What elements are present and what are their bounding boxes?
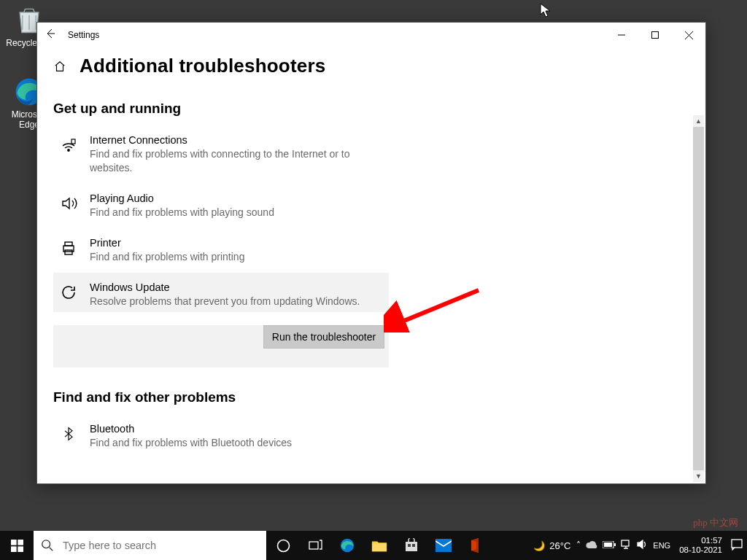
troubleshooter-playing-audio[interactable]: Playing Audio Find and fix problems with… xyxy=(53,184,389,228)
cortana-button[interactable] xyxy=(267,531,299,560)
tray-notifications-icon[interactable] xyxy=(731,539,743,553)
svg-rect-10 xyxy=(11,546,17,552)
watermark: php 中文网 xyxy=(693,516,738,529)
svg-point-12 xyxy=(42,540,50,548)
audio-icon xyxy=(59,194,78,213)
svg-rect-6 xyxy=(65,250,72,254)
svg-rect-11 xyxy=(18,546,23,552)
svg-rect-19 xyxy=(412,544,415,547)
svg-rect-22 xyxy=(604,542,612,547)
svg-line-7 xyxy=(397,290,479,324)
svg-rect-17 xyxy=(406,542,417,551)
section-heading-getup: Get up and running xyxy=(53,101,689,117)
item-desc: Find and fix problems with connecting to… xyxy=(90,147,380,175)
svg-rect-3 xyxy=(71,139,75,144)
troubleshooter-printer[interactable]: Printer Find and fix problems with print… xyxy=(53,228,389,273)
item-desc: Find and fix problems with Bluetooth dev… xyxy=(90,436,292,450)
svg-rect-25 xyxy=(732,540,742,548)
item-desc: Find and fix problems with printing xyxy=(90,250,244,264)
search-icon xyxy=(41,539,54,552)
run-troubleshooter-button[interactable]: Run the troubleshooter xyxy=(263,325,384,349)
tray-language-icon[interactable]: ENG xyxy=(653,541,670,550)
taskbar-search[interactable] xyxy=(34,531,267,560)
window-title: Settings xyxy=(63,30,605,40)
settings-window: Settings Additional troubleshooters Get … xyxy=(36,22,706,484)
back-button[interactable] xyxy=(37,28,63,42)
svg-rect-20 xyxy=(436,539,452,552)
item-title: Bluetooth xyxy=(90,423,292,435)
update-icon xyxy=(59,283,78,302)
start-button[interactable] xyxy=(0,531,34,560)
scroll-up-button[interactable]: ▲ xyxy=(693,115,704,127)
taskbar: 🌙 26°C ˄ ENG 01:57 08-10-2021 xyxy=(0,531,747,560)
moon-icon: 🌙 xyxy=(533,540,545,551)
svg-rect-24 xyxy=(622,540,629,546)
svg-point-13 xyxy=(277,540,289,551)
svg-rect-8 xyxy=(11,540,17,545)
svg-rect-14 xyxy=(309,542,318,549)
taskbar-app-store[interactable] xyxy=(395,531,427,560)
svg-rect-18 xyxy=(408,544,411,547)
annotation-arrow xyxy=(384,281,493,332)
taskbar-app-explorer[interactable] xyxy=(363,531,395,560)
scroll-thumb[interactable] xyxy=(693,127,704,477)
minimize-button[interactable] xyxy=(605,23,638,47)
svg-point-2 xyxy=(68,149,69,151)
wifi-icon xyxy=(59,136,78,155)
svg-rect-23 xyxy=(614,543,616,546)
cursor-icon xyxy=(540,3,551,21)
svg-rect-1 xyxy=(652,32,659,39)
printer-icon xyxy=(59,238,78,257)
scroll-down-button[interactable]: ▼ xyxy=(693,470,704,482)
tray-clock[interactable]: 01:57 08-10-2021 xyxy=(676,536,725,555)
search-input[interactable] xyxy=(61,539,251,552)
svg-rect-5 xyxy=(65,242,72,246)
system-tray: 🌙 26°C ˄ ENG 01:57 08-10-2021 xyxy=(533,531,747,560)
taskbar-app-office[interactable] xyxy=(460,531,492,560)
taskbar-app-edge[interactable] xyxy=(331,531,363,560)
tray-chevron-up-icon[interactable]: ˄ xyxy=(576,540,581,551)
weather-temp: 26°C xyxy=(549,540,570,551)
item-desc: Resolve problems that prevent you from u… xyxy=(90,295,360,308)
troubleshooter-bluetooth[interactable]: Bluetooth Find and fix problems with Blu… xyxy=(53,414,389,459)
tray-volume-icon[interactable] xyxy=(637,540,648,551)
item-title: Internet Connections xyxy=(90,134,380,146)
titlebar: Settings xyxy=(37,23,705,47)
vertical-scrollbar[interactable]: ▲ ▼ xyxy=(693,115,704,482)
content-area: Get up and running Internet Connections … xyxy=(37,83,705,483)
tray-date: 08-10-2021 xyxy=(679,545,722,555)
home-icon[interactable] xyxy=(53,60,66,73)
item-desc: Find and fix problems with playing sound xyxy=(90,206,274,219)
troubleshooter-internet-connections[interactable]: Internet Connections Find and fix proble… xyxy=(53,125,389,184)
page-title: Additional troubleshooters xyxy=(80,55,325,77)
tray-battery-icon[interactable] xyxy=(603,540,616,551)
task-view-button[interactable] xyxy=(299,531,331,560)
svg-rect-16 xyxy=(372,543,387,551)
maximize-button[interactable] xyxy=(638,23,672,47)
item-title: Printer xyxy=(90,237,244,249)
section-heading-other: Find and fix other problems xyxy=(53,389,689,405)
close-button[interactable] xyxy=(672,23,705,47)
item-title: Playing Audio xyxy=(90,192,274,204)
bluetooth-icon xyxy=(59,424,78,443)
taskbar-app-mail[interactable] xyxy=(427,531,460,560)
item-title: Windows Update xyxy=(90,281,360,293)
tray-time: 01:57 xyxy=(679,536,722,545)
tray-network-icon[interactable] xyxy=(621,540,632,551)
svg-rect-9 xyxy=(18,540,23,545)
troubleshooter-windows-update[interactable]: Windows Update Resolve problems that pre… xyxy=(53,273,389,313)
tray-weather[interactable]: 🌙 26°C xyxy=(533,540,570,551)
tray-onedrive-icon[interactable] xyxy=(586,540,597,551)
